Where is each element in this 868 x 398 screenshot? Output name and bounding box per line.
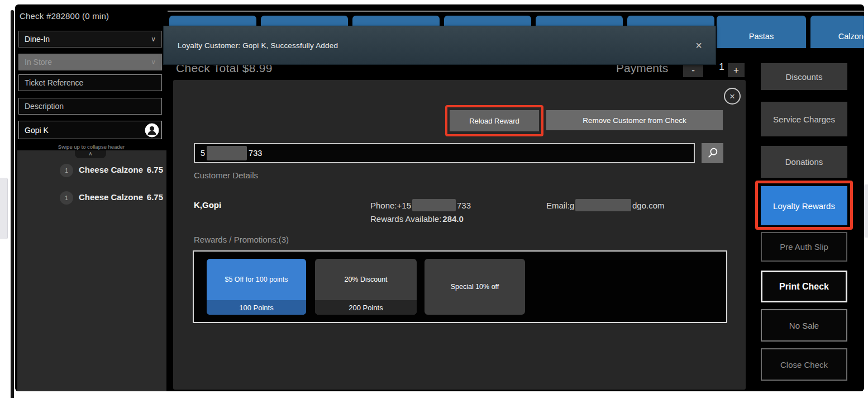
donations-button[interactable]: Donations xyxy=(761,146,847,178)
background-fragment-right xyxy=(864,184,868,238)
swipe-hint-label: Swipe up to collapse header xyxy=(15,144,168,150)
reward-card[interactable]: 20% Discount 200 Points xyxy=(315,259,417,315)
customer-phone: Phone:+15 733 xyxy=(370,199,471,211)
print-check-button[interactable]: Print Check xyxy=(761,271,847,302)
reward-points: 200 Points xyxy=(315,300,417,315)
search-button[interactable] xyxy=(702,143,723,163)
reload-reward-highlight xyxy=(445,105,543,136)
item-name: Cheese Calzone xyxy=(79,165,143,174)
payments-increment-button[interactable]: + xyxy=(728,63,745,77)
customer-email: Email:g dgo.com xyxy=(546,199,665,211)
category-tab-pastas[interactable]: Pastas xyxy=(717,16,806,48)
order-item-row[interactable]: 1 Cheese Calzone 6.75 xyxy=(17,163,166,179)
item-quantity-badge: 1 xyxy=(60,164,73,177)
order-channel-dropdown[interactable]: In Store ∨ xyxy=(18,54,162,70)
close-icon[interactable]: × xyxy=(695,40,702,51)
background-window-edge xyxy=(11,10,14,398)
service-charges-button[interactable]: Service Charges xyxy=(761,102,847,136)
description-input[interactable] xyxy=(25,102,156,111)
ticket-reference-input[interactable] xyxy=(25,78,156,87)
reward-title: $5 Off for 100 points xyxy=(207,259,306,300)
rewards-container: $5 Off for 100 points 100 Points 20% Dis… xyxy=(193,250,727,323)
item-price: 6.75 xyxy=(147,192,163,202)
phone-suffix: 733 xyxy=(457,201,471,210)
chevron-down-icon: ∨ xyxy=(151,35,156,43)
payments-decrement-button[interactable]: - xyxy=(683,63,703,77)
pos-app-window: Check #282800 (0 min) Dine-In ∨ In Store… xyxy=(15,4,864,391)
reward-title: 20% Discount xyxy=(315,259,417,300)
order-type-value: Dine-In xyxy=(25,35,50,44)
person-icon[interactable] xyxy=(145,123,159,138)
redaction-box xyxy=(412,199,456,211)
background-fragment-left xyxy=(0,178,8,239)
rewards-available-value: 284.0 xyxy=(442,214,464,224)
reward-card-selected[interactable]: $5 Off for 100 points 100 Points xyxy=(207,259,306,315)
close-icon[interactable]: × xyxy=(724,88,741,105)
ticket-reference-field-wrap xyxy=(18,74,162,91)
rewards-available: Rewards Available: 284.0 xyxy=(370,214,464,224)
item-name: Cheese Calzone xyxy=(79,192,143,202)
redaction-box xyxy=(207,146,247,160)
loyalty-search-input[interactable]: 5 733 xyxy=(194,143,695,163)
customer-name: K,Gopi xyxy=(194,200,221,210)
order-item-row[interactable]: 1 Cheese Calzone 6.75 xyxy=(17,190,166,207)
chevron-up-icon: ∧ xyxy=(88,150,92,157)
rewards-promotions-header: Rewards / Promotions:(3) xyxy=(194,235,289,244)
reward-card[interactable]: Special 10% off xyxy=(425,259,525,315)
redaction-box xyxy=(575,199,631,211)
customer-field-wrap xyxy=(18,121,162,139)
screenshot-frame: Check #282800 (0 min) Dine-In ∨ In Store… xyxy=(0,0,868,398)
customer-details-label: Customer Details xyxy=(194,170,258,180)
payments-count: 1 xyxy=(714,61,729,73)
search-icon xyxy=(707,147,719,159)
toast-message: Loyalty Customer: Gopi K, Successfully A… xyxy=(178,41,338,50)
search-value-suffix: 733 xyxy=(249,149,262,158)
order-type-dropdown[interactable]: Dine-In ∨ xyxy=(18,31,162,48)
category-tab-calzones[interactable]: Calzones xyxy=(810,16,864,48)
rewards-available-label: Rewards Available: xyxy=(370,214,441,224)
window-top-edge xyxy=(168,11,864,12)
loyalty-rewards-highlight xyxy=(755,181,853,230)
customer-name-input[interactable] xyxy=(25,126,142,135)
email-suffix: dgo.com xyxy=(632,201,665,210)
order-items-list: ∧ 1 Cheese Calzone 6.75 1 Cheese Calzone… xyxy=(17,150,166,391)
item-price: 6.75 xyxy=(147,165,163,174)
no-sale-button[interactable]: No Sale xyxy=(761,309,847,342)
description-field-wrap xyxy=(18,98,162,115)
phone-prefix: Phone:+15 xyxy=(370,201,411,210)
search-value-prefix: 5 xyxy=(201,149,205,158)
email-prefix: Email:g xyxy=(546,201,574,210)
discounts-button[interactable]: Discounts xyxy=(761,63,847,90)
reward-points: 100 Points xyxy=(207,300,306,315)
collapse-header-handle[interactable]: ∧ xyxy=(75,150,106,158)
reward-title: Special 10% off xyxy=(425,259,525,315)
chevron-down-icon: ∨ xyxy=(151,58,156,66)
check-header: Check #282800 (0 min) xyxy=(20,11,109,21)
item-quantity-badge: 1 xyxy=(60,191,73,205)
pre-auth-slip-button[interactable]: Pre Auth Slip xyxy=(761,232,847,262)
order-channel-value: In Store xyxy=(25,58,52,67)
remove-customer-button[interactable]: Remove Customer from Check xyxy=(546,110,723,130)
close-check-button[interactable]: Close Check xyxy=(761,348,847,381)
toast-notification: Loyalty Customer: Gopi K, Successfully A… xyxy=(163,26,716,65)
loyalty-rewards-panel: × Reload Reward Remove Customer from Che… xyxy=(173,80,746,390)
